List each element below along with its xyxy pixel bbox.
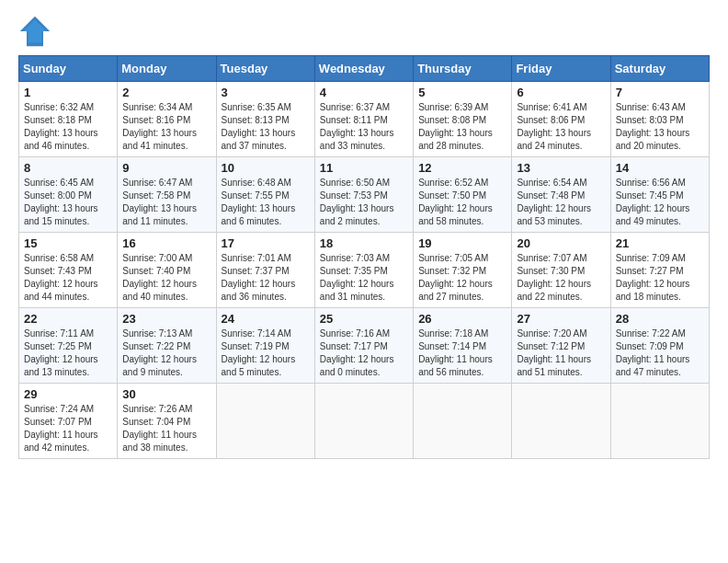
calendar-cell: 2Sunrise: 6:34 AMSunset: 8:16 PMDaylight… [118,82,216,157]
calendar-cell [512,384,610,459]
calendar-cell: 15Sunrise: 6:58 AMSunset: 7:43 PMDayligh… [19,233,118,308]
cell-info: Sunrise: 7:20 AMSunset: 7:12 PMDaylight:… [517,327,605,379]
day-number: 5 [418,86,506,99]
cell-info: Sunrise: 6:47 AMSunset: 7:58 PMDaylight:… [122,177,210,228]
calendar-week-row: 15Sunrise: 6:58 AMSunset: 7:43 PMDayligh… [19,233,710,308]
day-number: 14 [616,161,704,175]
day-number: 30 [122,387,210,401]
cell-info: Sunrise: 7:13 AMSunset: 7:22 PMDaylight:… [122,327,210,379]
cell-info: Sunrise: 6:34 AMSunset: 8:16 PMDaylight:… [122,101,210,153]
day-number: 25 [320,312,408,326]
calendar-cell: 21Sunrise: 7:09 AMSunset: 7:27 PMDayligh… [610,233,709,308]
cell-info: Sunrise: 6:39 AMSunset: 8:08 PMDaylight:… [418,101,506,153]
cell-info: Sunrise: 7:01 AMSunset: 7:37 PMDaylight:… [222,252,310,304]
day-number: 15 [24,236,112,250]
page-container: SundayMondayTuesdayWednesdayThursdayFrid… [0,0,728,474]
day-number: 26 [418,312,506,326]
cell-info: Sunrise: 7:26 AMSunset: 7:04 PMDaylight:… [122,403,210,454]
logo-icon [18,15,51,48]
cell-info: Sunrise: 6:52 AMSunset: 7:50 PMDaylight:… [418,177,506,228]
calendar-cell: 18Sunrise: 7:03 AMSunset: 7:35 PMDayligh… [314,233,413,308]
calendar-cell: 25Sunrise: 7:16 AMSunset: 7:17 PMDayligh… [314,308,413,384]
day-number: 19 [418,236,506,250]
cell-info: Sunrise: 6:45 AMSunset: 8:00 PMDaylight:… [24,177,112,228]
day-header-friday: Friday [512,56,610,82]
cell-info: Sunrise: 7:16 AMSunset: 7:17 PMDaylight:… [320,327,408,379]
day-number: 1 [24,86,112,99]
day-number: 29 [24,387,112,401]
calendar-cell: 8Sunrise: 6:45 AMSunset: 8:00 PMDaylight… [19,157,118,233]
day-number: 3 [222,86,310,99]
calendar-cell: 29Sunrise: 7:24 AMSunset: 7:07 PMDayligh… [19,384,118,459]
cell-info: Sunrise: 6:37 AMSunset: 8:11 PMDaylight:… [320,101,408,153]
calendar-cell: 20Sunrise: 7:07 AMSunset: 7:30 PMDayligh… [512,233,610,308]
day-header-monday: Monday [118,56,216,82]
cell-info: Sunrise: 7:03 AMSunset: 7:35 PMDaylight:… [320,252,408,304]
cell-info: Sunrise: 6:54 AMSunset: 7:48 PMDaylight:… [517,177,605,228]
day-number: 24 [222,312,310,326]
calendar-cell: 28Sunrise: 7:22 AMSunset: 7:09 PMDayligh… [610,308,709,384]
day-header-sunday: Sunday [19,56,118,82]
calendar-header-row: SundayMondayTuesdayWednesdayThursdayFrid… [19,56,710,82]
cell-info: Sunrise: 7:18 AMSunset: 7:14 PMDaylight:… [418,327,506,379]
calendar-cell: 16Sunrise: 7:00 AMSunset: 7:40 PMDayligh… [118,233,216,308]
day-number: 11 [320,161,408,175]
cell-info: Sunrise: 6:58 AMSunset: 7:43 PMDaylight:… [24,252,112,304]
cell-info: Sunrise: 7:11 AMSunset: 7:25 PMDaylight:… [24,327,112,379]
calendar-cell: 1Sunrise: 6:32 AMSunset: 8:18 PMDaylight… [19,82,118,157]
day-header-saturday: Saturday [610,56,709,82]
calendar-week-row: 1Sunrise: 6:32 AMSunset: 8:18 PMDaylight… [19,82,710,157]
calendar-cell: 12Sunrise: 6:52 AMSunset: 7:50 PMDayligh… [414,157,512,233]
day-number: 6 [517,86,605,99]
cell-info: Sunrise: 7:09 AMSunset: 7:27 PMDaylight:… [616,252,704,304]
day-number: 20 [517,236,605,250]
calendar-cell: 13Sunrise: 6:54 AMSunset: 7:48 PMDayligh… [512,157,610,233]
cell-info: Sunrise: 7:00 AMSunset: 7:40 PMDaylight:… [122,252,210,304]
calendar-cell: 10Sunrise: 6:48 AMSunset: 7:55 PMDayligh… [216,157,314,233]
cell-info: Sunrise: 6:48 AMSunset: 7:55 PMDaylight:… [222,177,310,228]
calendar-cell: 5Sunrise: 6:39 AMSunset: 8:08 PMDaylight… [414,82,512,157]
day-number: 17 [222,236,310,250]
day-number: 7 [616,86,704,99]
cell-info: Sunrise: 7:14 AMSunset: 7:19 PMDaylight:… [222,327,310,379]
calendar-cell: 11Sunrise: 6:50 AMSunset: 7:53 PMDayligh… [314,157,413,233]
calendar-cell: 30Sunrise: 7:26 AMSunset: 7:04 PMDayligh… [118,384,216,459]
day-number: 22 [24,312,112,326]
calendar-cell: 7Sunrise: 6:43 AMSunset: 8:03 PMDaylight… [610,82,709,157]
cell-info: Sunrise: 7:05 AMSunset: 7:32 PMDaylight:… [418,252,506,304]
calendar-week-row: 8Sunrise: 6:45 AMSunset: 8:00 PMDaylight… [19,157,710,233]
day-header-wednesday: Wednesday [314,56,413,82]
calendar-cell: 23Sunrise: 7:13 AMSunset: 7:22 PMDayligh… [118,308,216,384]
calendar-table: SundayMondayTuesdayWednesdayThursdayFrid… [18,55,710,459]
calendar-cell: 3Sunrise: 6:35 AMSunset: 8:13 PMDaylight… [216,82,314,157]
calendar-cell [610,384,709,459]
calendar-cell: 24Sunrise: 7:14 AMSunset: 7:19 PMDayligh… [216,308,314,384]
calendar-cell: 22Sunrise: 7:11 AMSunset: 7:25 PMDayligh… [19,308,118,384]
calendar-cell: 17Sunrise: 7:01 AMSunset: 7:37 PMDayligh… [216,233,314,308]
day-number: 12 [418,161,506,175]
cell-info: Sunrise: 6:32 AMSunset: 8:18 PMDaylight:… [24,101,112,153]
cell-info: Sunrise: 6:56 AMSunset: 7:45 PMDaylight:… [616,177,704,228]
calendar-cell [414,384,512,459]
cell-info: Sunrise: 7:07 AMSunset: 7:30 PMDaylight:… [517,252,605,304]
cell-info: Sunrise: 6:43 AMSunset: 8:03 PMDaylight:… [616,101,704,153]
calendar-cell: 6Sunrise: 6:41 AMSunset: 8:06 PMDaylight… [512,82,610,157]
day-number: 27 [517,312,605,326]
day-number: 10 [222,161,310,175]
calendar-week-row: 29Sunrise: 7:24 AMSunset: 7:07 PMDayligh… [19,384,710,459]
day-number: 23 [122,312,210,326]
header [18,15,710,48]
logo [18,15,55,48]
day-header-thursday: Thursday [414,56,512,82]
day-number: 28 [616,312,704,326]
cell-info: Sunrise: 6:50 AMSunset: 7:53 PMDaylight:… [320,177,408,228]
day-number: 13 [517,161,605,175]
calendar-cell: 4Sunrise: 6:37 AMSunset: 8:11 PMDaylight… [314,82,413,157]
calendar-cell [314,384,413,459]
day-number: 21 [616,236,704,250]
day-number: 16 [122,236,210,250]
cell-info: Sunrise: 7:22 AMSunset: 7:09 PMDaylight:… [616,327,704,379]
day-number: 9 [122,161,210,175]
day-number: 4 [320,86,408,99]
day-header-tuesday: Tuesday [216,56,314,82]
